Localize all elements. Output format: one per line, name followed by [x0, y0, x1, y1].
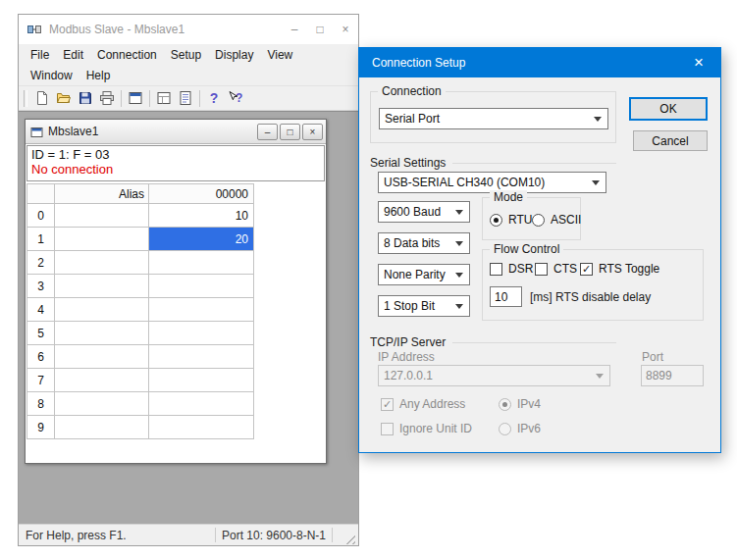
alias-cell[interactable]	[55, 369, 149, 392]
resize-grip[interactable]	[342, 532, 355, 544]
ascii-radio[interactable]: ASCII	[532, 213, 581, 227]
value-cell[interactable]	[149, 298, 254, 322]
connection-group-label: Connection	[378, 84, 446, 98]
table-row: 120	[27, 228, 254, 251]
value-cell[interactable]: 20	[149, 228, 254, 251]
value-cell[interactable]	[149, 322, 254, 345]
desktop: Modbus Slave - Mbslave1 – □ × File Edit …	[0, 0, 737, 560]
communication-traffic-icon[interactable]	[175, 87, 196, 109]
child-minimize-icon[interactable]: –	[257, 124, 278, 140]
alias-cell[interactable]	[55, 416, 149, 439]
value-cell[interactable]	[149, 416, 254, 439]
connection-status-text: No connection	[31, 162, 320, 177]
row-number-cell[interactable]: 8	[27, 392, 55, 416]
main-titlebar[interactable]: Modbus Slave - Mbslave1 – □ ×	[19, 15, 358, 44]
toolbar-separator	[121, 90, 122, 107]
value-cell[interactable]	[149, 392, 254, 416]
rts-toggle-checkbox[interactable]: RTS Toggle	[580, 262, 659, 276]
alias-cell[interactable]	[55, 298, 149, 322]
alias-cell[interactable]	[55, 228, 149, 251]
ok-button[interactable]: OK	[629, 97, 708, 121]
menu-help[interactable]: Help	[79, 65, 118, 85]
mdi-workspace: Mbslave1 – □ × ID = 1: F = 03 No connect…	[19, 111, 358, 524]
row-number-cell[interactable]: 3	[27, 275, 55, 298]
value-cell[interactable]: 10	[149, 204, 254, 228]
chevron-down-icon	[592, 180, 600, 185]
row-number-cell[interactable]: 5	[27, 322, 55, 345]
alias-cell[interactable]	[55, 322, 149, 345]
child-restore-icon[interactable]: □	[280, 124, 300, 140]
value-cell[interactable]	[149, 275, 254, 298]
alias-cell[interactable]	[55, 392, 149, 416]
print-icon[interactable]	[96, 87, 118, 109]
poll-definition-icon[interactable]	[153, 87, 175, 109]
any-address-checkbox: Any Address	[381, 397, 465, 411]
slave-id-line: ID = 1: F = 03	[31, 147, 320, 162]
child-close-icon[interactable]: ×	[302, 124, 323, 140]
menu-file[interactable]: File	[24, 44, 56, 65]
com-port-value: USB-SERIAL CH340 (COM10)	[384, 176, 545, 189]
row-number-cell[interactable]: 2	[27, 251, 55, 275]
ipv6-label: IPv6	[517, 422, 541, 435]
alias-header-cell[interactable]: Alias	[55, 184, 149, 204]
row-number-cell[interactable]: 9	[27, 416, 55, 439]
register-header-cell[interactable]: 00000	[149, 184, 254, 204]
menu-connection[interactable]: Connection	[90, 44, 164, 65]
parity-select[interactable]: None Parity	[378, 264, 470, 285]
menu-edit[interactable]: Edit	[56, 44, 90, 65]
child-titlebar[interactable]: Mbslave1 – □ ×	[26, 120, 326, 144]
cts-checkbox[interactable]: CTS	[535, 262, 577, 276]
dialog-titlebar[interactable]: Connection Setup ×	[359, 48, 720, 77]
alias-cell[interactable]	[55, 275, 149, 298]
alias-cell[interactable]	[55, 204, 149, 228]
value-cell[interactable]	[149, 251, 254, 275]
row-number-cell[interactable]: 0	[27, 204, 55, 228]
menu-setup[interactable]: Setup	[164, 44, 208, 65]
baud-rate-value: 9600 Baud	[384, 205, 441, 219]
value-cell[interactable]	[149, 345, 254, 369]
radio-icon	[499, 423, 511, 435]
context-help-icon[interactable]: ?	[225, 87, 246, 109]
row-number-cell[interactable]: 6	[27, 345, 55, 369]
parity-value: None Parity	[384, 268, 446, 281]
menu-window[interactable]: Window	[24, 65, 79, 85]
baud-rate-select[interactable]: 9600 Baud	[378, 201, 470, 223]
menu-display[interactable]: Display	[208, 44, 260, 65]
connection-type-select[interactable]: Serial Port	[379, 108, 608, 129]
dsr-label: DSR	[508, 262, 533, 276]
row-number-cell[interactable]: 4	[27, 298, 55, 322]
minimize-icon[interactable]: –	[282, 15, 307, 44]
dsr-checkbox[interactable]: DSR	[490, 262, 533, 276]
stop-bit-select[interactable]: 1 Stop Bit	[378, 295, 470, 317]
corner-header-cell[interactable]	[27, 184, 55, 204]
dialog-close-icon[interactable]: ×	[677, 48, 720, 77]
maximize-icon[interactable]: □	[307, 15, 333, 44]
checkbox-icon	[381, 423, 394, 435]
menu-view[interactable]: View	[260, 44, 299, 65]
alias-cell[interactable]	[55, 345, 149, 369]
caption-buttons: – □ ×	[282, 15, 358, 44]
connection-type-value: Serial Port	[385, 112, 440, 126]
toolbar-grip[interactable]	[24, 90, 27, 107]
open-file-icon[interactable]	[53, 87, 75, 109]
rtu-radio[interactable]: RTU	[490, 213, 532, 227]
data-bits-select[interactable]: 8 Data bits	[378, 232, 470, 254]
status-bar: For Help, press F1. Port 10: 9600-8-N-1	[19, 524, 358, 545]
value-cell[interactable]	[149, 369, 254, 392]
radio-icon	[490, 214, 502, 227]
radio-icon	[532, 214, 545, 227]
cancel-button[interactable]: Cancel	[633, 130, 708, 151]
save-file-icon[interactable]	[75, 87, 96, 109]
help-icon[interactable]: ?	[203, 87, 225, 109]
new-file-icon[interactable]	[31, 87, 53, 109]
display-definition-icon[interactable]	[125, 87, 146, 109]
row-number-cell[interactable]: 1	[27, 228, 55, 251]
close-icon[interactable]: ×	[333, 15, 358, 44]
rts-delay-input[interactable]	[490, 286, 522, 307]
alias-cell[interactable]	[55, 251, 149, 275]
chevron-down-icon	[455, 273, 463, 278]
rts-delay-label: [ms] RTS disable delay	[530, 290, 651, 304]
row-number-cell[interactable]: 7	[27, 369, 55, 392]
chevron-down-icon	[455, 241, 463, 246]
dialog-title: Connection Setup	[372, 56, 465, 70]
